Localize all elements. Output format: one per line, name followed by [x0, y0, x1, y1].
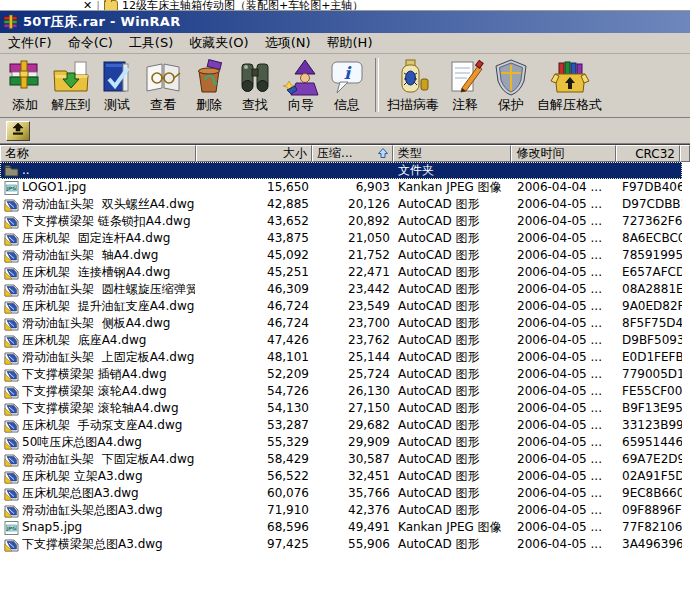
- svg-text:JPG: JPG: [6, 185, 16, 190]
- table-row[interactable]: 下支撑横梁架 插销A4.dwg 52,209 25,724 AutoCAD 图形…: [0, 366, 682, 383]
- file-modified: 2006-04-05 ...: [513, 536, 618, 553]
- file-size: 47,426: [197, 332, 313, 349]
- file-name-cell: 下支撑横梁架 链条锁扣A4.dwg: [0, 213, 197, 230]
- file-modified: 2006-04-05 ...: [513, 264, 618, 281]
- delete-icon: [189, 58, 229, 98]
- file-packed-size: 42,376: [313, 502, 394, 519]
- toolbar-button-add[interactable]: 添加: [2, 56, 48, 118]
- file-name-cell: 滑动油缸头架 双头螺丝A4.dwg: [0, 196, 197, 213]
- background-window-strip: ✕ | 12级车床主轴箱传动图（装配图+车轮图+主轴）: [0, 0, 690, 11]
- toolbar-button-test[interactable]: 测试: [94, 56, 140, 118]
- file-modified: 2006-04-05 ...: [513, 502, 618, 519]
- table-row[interactable]: 滑动油缸头架 上固定板A4.dwg 48,101 25,144 AutoCAD …: [0, 349, 682, 366]
- file-modified: 2006-04-05 ...: [513, 400, 618, 417]
- table-row[interactable]: 压床机架 立架A3.dwg 56,522 32,451 AutoCAD 图形 2…: [0, 468, 682, 485]
- file-type: AutoCAD 图形: [394, 332, 513, 349]
- menu-item[interactable]: 工具(S): [121, 32, 181, 54]
- file-modified: 2006-04-05 ...: [513, 383, 618, 400]
- table-row[interactable]: JPG Snap5.jpg 68,596 49,491 Kankan JPEG …: [0, 519, 682, 536]
- file-packed-size: 35,766: [313, 485, 394, 502]
- table-row[interactable]: 滑动油缸头架 下固定板A4.dwg 58,429 30,587 AutoCAD …: [0, 451, 682, 468]
- toolbar-button-find[interactable]: 查找: [232, 56, 278, 118]
- table-row[interactable]: 滑动油缸头架 圆柱螺旋压缩弹簧A4... 46,309 23,442 AutoC…: [0, 281, 682, 298]
- file-type: AutoCAD 图形: [394, 298, 513, 315]
- dwg-icon: [3, 487, 19, 501]
- header-size[interactable]: 大小: [196, 145, 312, 162]
- table-row[interactable]: 下支撑横梁架 滚轮A4.dwg 54,726 26,130 AutoCAD 图形…: [0, 383, 682, 400]
- toolbar-button-view[interactable]: 查看: [140, 56, 186, 118]
- table-row[interactable]: 压床机架 提升油缸支座A4.dwg 46,724 23,549 AutoCAD …: [0, 298, 682, 315]
- table-row[interactable]: JPG LOGO1.jpg 15,650 6,903 Kankan JPEG 图…: [0, 179, 682, 196]
- header-name[interactable]: 名称: [0, 145, 196, 162]
- header-type[interactable]: 类型: [393, 145, 512, 162]
- toolbar-button-info[interactable]: i信息: [324, 56, 370, 118]
- file-modified: 2006-04-05 ...: [513, 519, 618, 536]
- toolbar-button-label: 扫描病毒: [387, 98, 439, 112]
- menu-item[interactable]: 选项(N): [257, 32, 319, 54]
- file-name: 滑动油缸头架总图A3.dwg: [22, 502, 163, 519]
- file-name: 下支撑横梁架 插销A4.dwg: [22, 366, 167, 383]
- toolbar-button-virusscan[interactable]: 扫描病毒: [384, 56, 442, 118]
- sort-up-icon: [378, 147, 388, 161]
- file-name: Snap5.jpg: [22, 519, 82, 536]
- file-name: 压床机架 固定连杆A4.dwg: [22, 230, 170, 247]
- dwg-icon: [3, 385, 19, 399]
- file-packed-size: 29,909: [313, 434, 394, 451]
- file-crc32: 33123B99: [618, 417, 682, 434]
- table-row[interactable]: 下支撑横梁架 链条锁扣A4.dwg 43,652 20,892 AutoCAD …: [0, 213, 682, 230]
- table-row[interactable]: 滑动油缸头架 轴A4.dwg 45,092 21,752 AutoCAD 图形 …: [0, 247, 682, 264]
- menu-item[interactable]: 收藏夹(O): [181, 32, 256, 54]
- toolbar-button-protect[interactable]: 保护: [488, 56, 534, 118]
- toolbar-button-sfx[interactable]: 自解压格式: [534, 56, 605, 118]
- table-row[interactable]: 压床机架 底座A4.dwg 47,426 23,762 AutoCAD 图形 2…: [0, 332, 682, 349]
- menu-item[interactable]: 文件(F): [0, 32, 60, 54]
- table-row[interactable]: 压床机架总图A3.dwg 60,076 35,766 AutoCAD 图形 20…: [0, 485, 682, 502]
- winrar-icon: [3, 14, 19, 30]
- dwg-icon: [3, 198, 19, 212]
- file-type: AutoCAD 图形: [394, 230, 513, 247]
- file-size: 68,596: [197, 519, 313, 536]
- table-row[interactable]: 压床机架 连接槽钢A4.dwg 45,251 22,471 AutoCAD 图形…: [0, 264, 682, 281]
- header-crc32[interactable]: CRC32: [616, 145, 680, 162]
- file-size: 15,650: [197, 179, 313, 196]
- header-modified[interactable]: 修改时间: [511, 145, 616, 162]
- toolbar-button-wizard[interactable]: 向导: [278, 56, 324, 118]
- background-close-icon[interactable]: ✕: [83, 0, 92, 11]
- table-row[interactable]: 压床机架 固定连杆A4.dwg 43,875 21,050 AutoCAD 图形…: [0, 230, 682, 247]
- file-crc32: 779005D1: [618, 366, 682, 383]
- file-packed-size: 26,130: [313, 383, 394, 400]
- table-row[interactable]: 下支撑横梁架 滚轮轴A4.dwg 54,130 27,150 AutoCAD 图…: [0, 400, 682, 417]
- toolbar-button-label: 信息: [334, 98, 360, 112]
- dwg-icon: [3, 232, 19, 246]
- toolbar-button-extract[interactable]: 解压到: [48, 56, 94, 118]
- title-bar[interactable]: 50T压床.rar - WinRAR: [0, 11, 690, 33]
- file-name: 滑动油缸头架 轴A4.dwg: [22, 247, 158, 264]
- table-row[interactable]: 滑动油缸头架 双头螺丝A4.dwg 42,885 20,126 AutoCAD …: [0, 196, 682, 213]
- toolbar-button-comment[interactable]: 注释: [442, 56, 488, 118]
- dwg-icon: [3, 300, 19, 314]
- menu-item[interactable]: 帮助(H): [319, 32, 381, 54]
- file-crc32: FE55CF00: [618, 383, 682, 400]
- file-type: AutoCAD 图形: [394, 247, 513, 264]
- file-size: 46,724: [197, 315, 313, 332]
- table-row[interactable]: 滑动油缸头架 侧板A4.dwg 46,724 23,700 AutoCAD 图形…: [0, 315, 682, 332]
- file-type: AutoCAD 图形: [394, 383, 513, 400]
- file-name: 下支撑横梁架 链条锁扣A4.dwg: [22, 213, 191, 230]
- table-row[interactable]: 下支撑横梁架总图A3.dwg 97,425 55,906 AutoCAD 图形 …: [0, 536, 682, 553]
- file-modified: 2006-04-05 ...: [513, 417, 618, 434]
- menu-item[interactable]: 命令(C): [60, 32, 121, 54]
- toolbar-button-delete[interactable]: 删除: [186, 56, 232, 118]
- file-name-cell: 压床机架 固定连杆A4.dwg: [0, 230, 197, 247]
- table-row[interactable]: 压床机架 手动泵支座A4.dwg 53,287 29,682 AutoCAD 图…: [0, 417, 682, 434]
- up-one-level-button[interactable]: [6, 121, 30, 141]
- file-size: 58,429: [197, 451, 313, 468]
- file-size: 43,652: [197, 213, 313, 230]
- file-size: 45,251: [197, 264, 313, 281]
- table-row[interactable]: .. 文件夹: [0, 162, 682, 179]
- file-type: AutoCAD 图形: [394, 536, 513, 553]
- file-modified: 2006-04-05 ...: [513, 281, 618, 298]
- table-row[interactable]: 滑动油缸头架总图A3.dwg 71,910 42,376 AutoCAD 图形 …: [0, 502, 682, 519]
- table-row[interactable]: 50吨压床总图A4.dwg 55,329 29,909 AutoCAD 图形 2…: [0, 434, 682, 451]
- folder-icon: [104, 0, 118, 11]
- header-packed[interactable]: 压缩...: [312, 145, 393, 162]
